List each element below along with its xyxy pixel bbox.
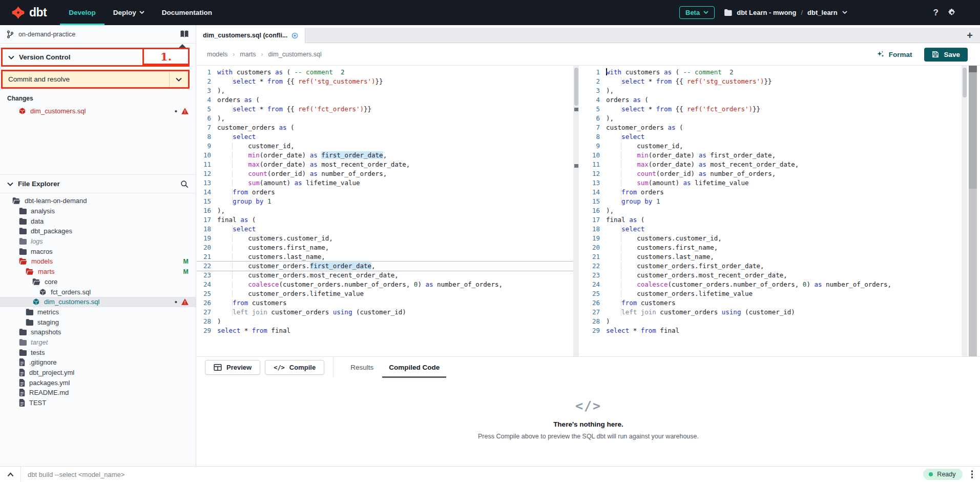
git-branch-selector[interactable]: on-demand-practice — [0, 25, 196, 44]
commit-dropdown-button[interactable] — [170, 77, 188, 82]
account-project-selector[interactable]: dbt Learn - mwong / dbt_learn — [724, 9, 847, 16]
command-input[interactable]: dbt build --select <model_name> — [28, 471, 923, 478]
code-line[interactable]: 2 select * from {{ ref('stg_customers')}… — [586, 77, 967, 86]
code-line[interactable]: 1with customers as ( -- comment 2 — [197, 68, 579, 77]
scrollbar-thumb[interactable] — [963, 68, 967, 97]
tree-item-macros[interactable]: macros — [0, 246, 196, 256]
code-line[interactable]: 3), — [586, 86, 967, 95]
code-line[interactable]: 7customer_orders as ( — [197, 123, 579, 132]
tree-item-data[interactable]: data — [0, 216, 196, 226]
code-line[interactable]: 24 coalesce(customer_orders.number_of_or… — [197, 280, 579, 289]
editor-pane-left[interactable]: 1with customers as ( -- comment 22 selec… — [197, 66, 579, 356]
code-line[interactable]: 26 from customers — [586, 298, 967, 308]
code-line[interactable]: 16), — [586, 206, 967, 215]
format-button[interactable]: Format — [877, 50, 912, 58]
code-line[interactable]: 22 customer_orders.first_order_date, — [586, 262, 967, 271]
code-line[interactable]: 2 select * from {{ ref('stg_customers')}… — [197, 77, 579, 86]
tree-item-dbt-project-yml[interactable]: dbt_project.yml — [0, 368, 196, 378]
tree-item-logs[interactable]: logs — [0, 236, 196, 247]
command-bar-expand-button[interactable] — [0, 472, 20, 477]
tree-item-dim-customers-sql[interactable]: dim_customers.sql• — [0, 297, 196, 307]
preview-button[interactable]: Preview — [205, 360, 260, 375]
dbt-logo[interactable]: dbt — [0, 0, 60, 25]
tree-item-marts[interactable]: martsM — [0, 267, 196, 277]
commit-and-resolve-button[interactable]: Commit and resolve — [3, 71, 188, 87]
code-line[interactable]: 3), — [197, 86, 579, 95]
code-line[interactable]: 18 select — [197, 225, 579, 234]
search-icon[interactable] — [180, 180, 189, 188]
tree-item-packages-yml[interactable]: packages.yml — [0, 377, 196, 388]
code-line[interactable]: 19 customers.customer_id, — [586, 234, 967, 243]
code-line[interactable]: 17final as ( — [197, 215, 579, 225]
code-line[interactable]: 13 sum(amount) as lifetime_value — [197, 178, 579, 188]
tree-item-dbt-learn-on-demand[interactable]: dbt-learn-on-demand — [0, 196, 196, 206]
code-line[interactable]: 14 from orders — [197, 188, 579, 197]
code-line[interactable]: 21 customers.last_name, — [197, 252, 579, 262]
code-line[interactable]: 8 select — [197, 132, 579, 142]
tree-item-models[interactable]: modelsM — [0, 256, 196, 267]
code-line[interactable]: 6), — [586, 114, 967, 123]
code-line[interactable]: 25 customer_orders.lifetime_value — [197, 289, 579, 298]
code-line[interactable]: 17final as ( — [586, 215, 967, 225]
code-line[interactable]: 14 from orders — [586, 188, 967, 197]
code-line[interactable]: 22 customer_orders.first_order_date, — [197, 262, 579, 271]
tree-item-readme-md[interactable]: README.md — [0, 388, 196, 398]
code-line[interactable]: 10 min(order_date) as first_order_date, — [586, 151, 967, 160]
editor-pane-right[interactable]: 1with customers as ( -- comment 22 selec… — [586, 66, 967, 356]
code-line[interactable]: 26 from customers — [197, 298, 579, 308]
tree-item-target[interactable]: target — [0, 337, 196, 348]
new-tab-button[interactable]: + — [967, 28, 973, 43]
code-line[interactable]: 24 coalesce(customer_orders.number_of_or… — [586, 280, 967, 289]
tree-item-analysis[interactable]: analysis — [0, 206, 196, 216]
changed-file-row[interactable]: dim_customers.sql• — [0, 105, 196, 117]
code-line[interactable]: 20 customers.first_name, — [197, 243, 579, 252]
code-line[interactable]: 12 count(order_id) as number_of_orders, — [586, 169, 967, 178]
code-line[interactable]: 15 group by 1 — [586, 197, 967, 206]
code-line[interactable]: 16), — [197, 206, 579, 215]
code-line[interactable]: 15 group by 1 — [197, 197, 579, 206]
code-line[interactable]: 5 select * from {{ ref('fct_orders')}} — [586, 105, 967, 114]
nav-link-documentation[interactable]: Documentation — [153, 0, 221, 25]
code-line[interactable]: 8 select — [586, 132, 967, 142]
code-line[interactable]: 21 customers.last_name, — [586, 252, 967, 262]
tree-item-test[interactable]: TEST — [0, 398, 196, 408]
code-line[interactable]: 1with customers as ( -- comment 2 — [586, 68, 967, 77]
tree-item-snapshots[interactable]: snapshots — [0, 327, 196, 337]
tab-results[interactable]: Results — [343, 357, 381, 378]
code-line[interactable]: 10 min(order_date) as first_order_date, — [197, 151, 579, 160]
code-line[interactable]: 23 customer_orders.most_recent_order_dat… — [586, 271, 967, 280]
code-line[interactable]: 9 customer_id, — [197, 142, 579, 151]
tree-item-metrics[interactable]: metrics — [0, 307, 196, 317]
code-line[interactable]: 9 customer_id, — [586, 142, 967, 151]
code-line[interactable]: 18 select — [586, 225, 967, 234]
breadcrumb-item[interactable]: dim_customers.sql — [268, 51, 322, 58]
code-line[interactable]: 28) — [197, 317, 579, 326]
code-line[interactable]: 29select * from final — [197, 326, 579, 335]
code-line[interactable]: 7customer_orders as ( — [586, 123, 967, 132]
breadcrumb-item[interactable]: models — [207, 51, 227, 58]
code-line[interactable]: 23 customer_orders.most_recent_order_dat… — [197, 271, 579, 280]
code-line[interactable]: 28) — [586, 317, 967, 326]
left-pane-scrollbar[interactable] — [573, 66, 579, 356]
save-button[interactable]: Save — [924, 48, 968, 62]
window-scrollbar[interactable] — [969, 66, 977, 356]
code-line[interactable]: 19 customers.customer_id, — [197, 234, 579, 243]
code-line[interactable]: 27 left join customer_orders using (cust… — [586, 308, 967, 317]
settings-gear-icon[interactable] — [948, 8, 956, 17]
code-line[interactable]: 11 max(order_date) as most_recent_order_… — [586, 160, 967, 169]
code-line[interactable]: 5 select * from {{ ref('fct_orders')}} — [197, 105, 579, 114]
nav-link-deploy[interactable]: Deploy — [105, 0, 153, 25]
tree-item-staging[interactable]: staging — [0, 317, 196, 327]
tree-item-dbt-packages[interactable]: dbt_packages — [0, 226, 196, 236]
code-line[interactable]: 25 customer_orders.lifetime_value — [586, 289, 967, 298]
code-line[interactable]: 20 customers.first_name, — [586, 243, 967, 252]
code-line[interactable]: 4orders as ( — [586, 95, 967, 105]
breadcrumb-item[interactable]: marts — [240, 51, 256, 58]
tree-item-tests[interactable]: tests — [0, 347, 196, 357]
scrollbar-thumb[interactable] — [969, 66, 977, 72]
tree-item-core[interactable]: core — [0, 277, 196, 287]
tree-item--gitignore[interactable]: .gitignore — [0, 357, 196, 368]
code-line[interactable]: 29select * from final — [586, 326, 967, 335]
help-button[interactable]: ? — [933, 8, 939, 18]
right-pane-scrollbar[interactable] — [962, 66, 967, 356]
